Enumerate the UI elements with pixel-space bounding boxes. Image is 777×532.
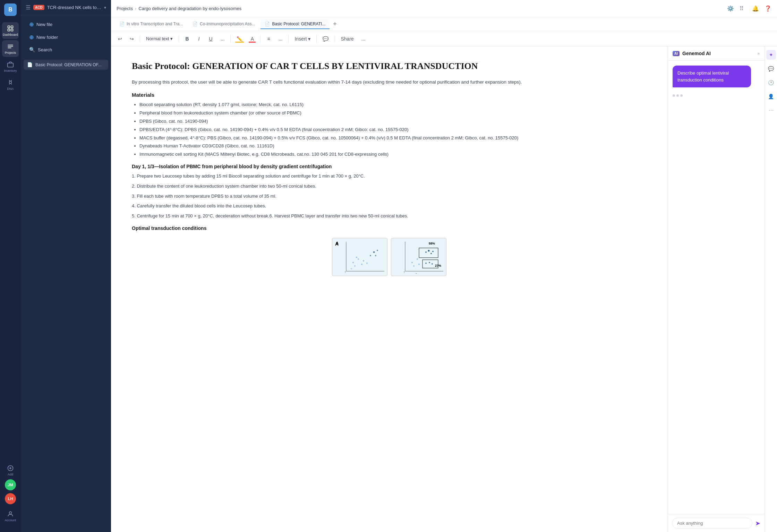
notification-icon[interactable]: 🔔 [752,5,759,12]
sidebar-item-label-projects: Projects [5,51,16,54]
svg-point-20 [377,250,378,251]
breadcrumb-separator: › [135,6,136,11]
ai-message: Describe optimal lentiviral transduction… [673,66,751,87]
insert-chevron: ▾ [308,36,310,42]
top-bar-icons: ⚙️ ⠿ 🔔 ❓ [727,5,771,12]
sidebar-item-add[interactable]: Add [2,462,19,479]
more-align-button[interactable]: ... [275,34,285,43]
svg-point-10 [352,262,354,263]
ai-typing-indicator [673,92,760,100]
list-item: DPBS (Gibco, cat. no. 14190-094) [139,118,647,125]
step-4: 4. Carefully transfer the diluted blood … [132,203,647,210]
file-panel-header: ☰ ACD TCR-dressed NK cells to k... ▾ [21,0,111,15]
tab-2[interactable]: 📄 Basic Protocol: GENERATI... [261,19,330,29]
highlight-button[interactable]: ✏️ [234,34,245,43]
align-button[interactable]: ≡ [264,34,273,43]
ai-send-button[interactable]: ➤ [755,520,760,527]
search-button[interactable]: 🔍 Search [26,44,106,55]
new-file-label: New file [36,22,52,27]
document-content: Basic Protocol: GENERATION OF CAR T CELL… [111,46,667,532]
sidebar-item-label-add: Add [8,473,13,476]
text-style-chevron: ▾ [170,36,173,41]
italic-button[interactable]: I [194,34,204,43]
tab-1[interactable]: 📄 Co-immunoprecipitation Ass... [188,19,259,29]
file-actions: ⊕ New file ⊕ New folder 🔍 Search [21,15,111,58]
svg-point-17 [351,268,352,269]
redo-button[interactable]: ↪ [127,34,137,43]
document-intro: By processing this protocol, the user wi… [132,78,647,86]
breadcrumb-projects[interactable]: Projects [117,6,133,11]
toolbar-separator-2 [179,35,179,43]
app-logo: B [4,3,17,16]
tab-0[interactable]: 📄 In vitro Transcription and Tra... [115,19,187,29]
toolbar-separator-5 [288,35,289,43]
document-title: Basic Protocol: GENERATION OF CAR T CELL… [132,60,647,72]
avatar-lh[interactable]: LH [5,493,16,504]
svg-rect-27 [419,248,438,258]
ai-panel-header: AI Genemod AI » [668,46,765,61]
ai-input-area: ➤ [668,514,765,532]
svg-rect-1 [11,26,13,28]
text-color-icon: A [251,36,254,42]
ai-expand-button[interactable]: » [757,51,760,56]
tab-add-button[interactable]: + [331,20,339,28]
bold-button[interactable]: B [182,34,192,43]
svg-point-11 [358,258,359,260]
text-color-button[interactable]: A [247,34,257,43]
share-button[interactable]: Share [338,34,356,43]
avatar-jm[interactable]: JM [5,479,16,490]
right-strip-user-icon[interactable]: 👤 [766,92,776,101]
svg-point-21 [375,255,376,256]
more-format-button[interactable]: ... [217,34,227,43]
tab-label-2: Basic Protocol: GENERATI... [272,22,325,26]
svg-text:27%: 27% [435,264,441,267]
highlight-icon: ✏️ [237,36,242,42]
undo-button[interactable]: ↩ [115,34,125,43]
content-row: Basic Protocol: GENERATION OF CAR T CELL… [111,46,777,532]
list-item: MACS buffer (degassed, 4°-8°C): PBS (Gib… [139,135,647,142]
settings-icon[interactable]: ⚙️ [727,5,734,12]
comment-button[interactable]: 💬 [320,34,331,43]
help-icon[interactable]: ❓ [765,5,771,12]
sidebar-item-label-inventory: Inventory [4,69,17,72]
tab-label-1: Co-immunoprecipitation Ass... [200,22,255,26]
right-strip-chat-icon[interactable]: 💬 [766,64,776,74]
document-icon: 📄 [27,62,33,67]
project-badge: ACD [33,5,44,10]
new-folder-button[interactable]: ⊕ New folder [26,32,106,43]
new-folder-label: New folder [36,35,58,40]
chevron-down-icon[interactable]: ▾ [104,5,106,10]
typing-dot-3 [680,94,683,97]
more-options-button[interactable]: ... [359,34,368,43]
text-style-dropdown[interactable]: Normal text ▾ [143,35,176,43]
right-strip-more-icon[interactable]: ⋯ [766,105,776,115]
breadcrumb: Projects › Cargo delivery and degradatio… [117,6,241,11]
new-file-button[interactable]: ⊕ New file [26,19,106,30]
sidebar-item-dna[interactable]: DNA [2,76,19,93]
step-1: 1. Prepare two Leucosep tubes by adding … [132,173,647,180]
svg-point-25 [418,264,420,265]
sidebar-item-inventory[interactable]: Inventory [2,58,19,75]
toolbar-separator-3 [230,35,231,43]
file-item[interactable]: 📄 Basic Protocol: GENERATION OF... [24,60,108,70]
svg-text:↑: ↑ [403,271,405,274]
tab-doc-icon-2: 📄 [265,22,270,26]
search-label: Search [38,47,52,52]
insert-button[interactable]: Insert ▾ [292,34,313,43]
sidebar-item-dashboard[interactable]: Dashboard [2,22,19,39]
file-list: 📄 Basic Protocol: GENERATION OF... [21,58,111,71]
hamburger-icon[interactable]: ☰ [26,4,31,11]
sidebar-item-projects[interactable]: Projects [2,40,19,57]
tab-label-0: In vitro Transcription and Tra... [127,22,183,26]
right-strip-ai-icon[interactable]: ✦ [766,50,776,60]
ai-badge: AI [673,51,680,56]
step-3: 3. Fill each tube with room temperature … [132,193,647,200]
figure-left: A A [332,238,387,276]
right-strip-history-icon[interactable]: 🕐 [766,78,776,87]
sidebar-item-account[interactable]: Account [2,508,19,524]
underline-button[interactable]: U [206,34,215,43]
ai-input[interactable] [672,518,752,529]
top-bar: Projects › Cargo delivery and degradatio… [111,0,777,17]
materials-list: Biocoll separating solution (RT, density… [132,101,647,158]
grid-icon[interactable]: ⠿ [740,5,746,12]
